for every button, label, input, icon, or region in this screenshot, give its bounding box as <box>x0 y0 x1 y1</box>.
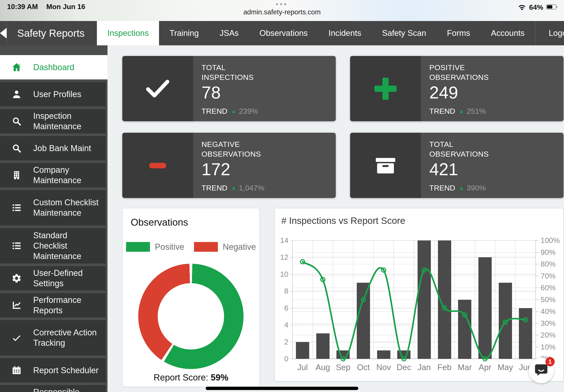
battery-icon <box>546 4 557 11</box>
app-title: Safety Reports <box>7 21 97 45</box>
card-value: 172 <box>202 160 336 179</box>
sidebar-item-standard-checklist-maintenance[interactable]: Standard Checklist Maintenance <box>0 228 106 264</box>
sidebar-item-company-maintenance[interactable]: Company Maintenance <box>0 163 106 187</box>
tab-training[interactable]: Training <box>159 21 209 45</box>
tab-safety-scan[interactable]: Safety Scan <box>371 21 437 45</box>
sidebar-item-custom-checklist-maintenance[interactable]: Custom Checklist Maintenance <box>0 190 106 225</box>
x-tick-label: May <box>498 363 513 372</box>
axis-tick-label: 4 <box>284 321 289 329</box>
axis-tick-label: 50% <box>541 295 556 304</box>
sidebar-item-user-defined-settings[interactable]: User-Defined Settings <box>0 266 106 291</box>
chat-button[interactable]: 1 <box>529 358 554 383</box>
building-icon <box>0 170 33 180</box>
tab-inspections[interactable]: Inspections <box>97 21 159 45</box>
logout-button[interactable]: Logout <box>535 21 564 45</box>
wifi-icon <box>518 3 526 12</box>
nav-tabs: Inspections Training JSAs Observations I… <box>97 21 535 45</box>
sidebar-item-responsible-party[interactable]: Responsible Party <box>0 385 106 392</box>
stat-card-negative-observations: NEGATIVE OBSERVATIONS 172 TREND ▲ 1,047% <box>122 133 336 198</box>
x-tick-label: Dec <box>397 363 411 372</box>
trend-up-icon: ▲ <box>231 108 237 115</box>
x-tick-label: Jan <box>418 363 431 372</box>
tab-accounts[interactable]: Accounts <box>481 21 535 45</box>
axis-tick-label: 80% <box>541 260 556 268</box>
battery-percent: 64% <box>529 3 543 12</box>
legend-item-positive: Positive <box>126 242 184 252</box>
main-content: TOTAL INSPECTIONS 78 TREND ▲ 239% POSITI… <box>108 45 564 392</box>
status-bar: 10:39 AM Mon Jun 16 ••• admin.safety-rep… <box>0 0 564 21</box>
trend-up-icon: ▲ <box>459 184 465 191</box>
back-button[interactable] <box>0 21 7 45</box>
sidebar-item-inspection-maintenance[interactable]: Inspection Maintenance <box>0 109 106 133</box>
stat-card-total-observations: TOTAL OBSERVATIONS 421 TREND ▲ 390% <box>350 133 564 198</box>
card-trend: TREND ▲ 239% <box>202 107 336 115</box>
x-tick-label: Nov <box>376 363 391 372</box>
card-title-line: INSPECTIONS <box>202 72 336 82</box>
browser-options-dots[interactable]: ••• <box>0 0 564 8</box>
trend-up-icon: ▲ <box>231 184 237 191</box>
inspections-vs-score-card: # Inspections vs Report Score 0246810121… <box>274 208 564 381</box>
axis-tick-label: 90% <box>541 248 556 257</box>
card-value: 421 <box>429 160 564 179</box>
chart-line-icon <box>0 300 33 310</box>
top-nav-bar: Safety Reports Inspections Training JSAs… <box>0 21 564 45</box>
report-score-line <box>292 240 536 359</box>
check-icon <box>0 333 33 343</box>
axis-tick-label: 14 <box>280 236 289 245</box>
axis-tick-label: 40% <box>541 307 556 316</box>
observations-donut-chart <box>138 264 244 369</box>
axis-tick-label: 60% <box>541 283 556 292</box>
calendar-icon <box>0 365 33 375</box>
axis-tick-label: 6 <box>284 304 289 312</box>
home-icon <box>0 62 33 72</box>
plus-icon <box>350 56 421 121</box>
sidebar-item-job-bank-maint[interactable]: Job Bank Maint <box>0 136 106 160</box>
donut-hole <box>158 283 224 350</box>
legend-swatch-positive <box>126 242 150 252</box>
gear-icon <box>0 273 33 283</box>
axis-tick-label: 12 <box>280 253 289 262</box>
tab-observations[interactable]: Observations <box>249 21 318 45</box>
sidebar-item-label: Dashboard <box>33 62 79 72</box>
x-tick-label: Feb <box>438 363 452 372</box>
search-icon <box>0 143 33 153</box>
minus-icon <box>122 133 193 198</box>
back-chevron-icon <box>0 28 7 39</box>
axis-tick-label: 8 <box>284 287 289 295</box>
home-indicator[interactable] <box>206 387 358 390</box>
donut-chart-title: Observations <box>131 217 188 228</box>
sidebar: Dashboard User Profiles Inspection Maint… <box>0 45 108 392</box>
x-tick-label: Oct <box>357 363 370 372</box>
sidebar-item-dashboard[interactable]: Dashboard <box>0 55 108 79</box>
trend-up-icon: ▲ <box>459 108 465 115</box>
check-icon <box>122 56 193 121</box>
card-trend: TREND ▲ 251% <box>429 107 564 115</box>
stat-card-positive-observations: POSITIVE OBSERVATIONS 249 TREND ▲ 251% <box>350 56 564 121</box>
card-trend: TREND ▲ 390% <box>429 184 564 192</box>
tab-incidents[interactable]: Incidents <box>318 21 371 45</box>
sidebar-item-corrective-action-tracking[interactable]: Corrective Action Tracking <box>0 320 106 355</box>
user-icon <box>0 89 33 99</box>
sidebar-item-report-scheduler[interactable]: Report Scheduler <box>0 358 106 382</box>
observations-donut-card: Observations Positive Negative Report Sc… <box>122 208 260 387</box>
legend-swatch-negative <box>194 242 218 252</box>
x-tick-label: Apr <box>479 363 492 372</box>
report-score-value: 59% <box>211 373 228 382</box>
card-value: 78 <box>202 83 336 102</box>
combo-plot <box>292 240 536 359</box>
x-tick-label: Jul <box>297 363 308 372</box>
axis-tick-label: 0 <box>284 354 289 363</box>
sidebar-item-performance-reports[interactable]: Performance Reports <box>0 293 106 317</box>
stat-card-total-inspections: TOTAL INSPECTIONS 78 TREND ▲ 239% <box>122 56 336 121</box>
sidebar-item-user-profiles[interactable]: User Profiles <box>0 82 106 106</box>
tab-forms[interactable]: Forms <box>437 21 481 45</box>
axis-tick-label: 20% <box>541 331 556 339</box>
browser-url[interactable]: admin.safety-reports.com <box>0 8 564 16</box>
search-icon <box>0 116 33 126</box>
combo-chart: 024681012140%10%20%30%40%50%60%70%80%90%… <box>275 208 563 381</box>
report-score: Report Score: 59% <box>123 373 259 382</box>
list-icon <box>0 203 33 213</box>
tab-jsas[interactable]: JSAs <box>209 21 249 45</box>
x-tick-label: Sep <box>336 363 350 372</box>
chat-bubble-icon <box>535 364 548 377</box>
